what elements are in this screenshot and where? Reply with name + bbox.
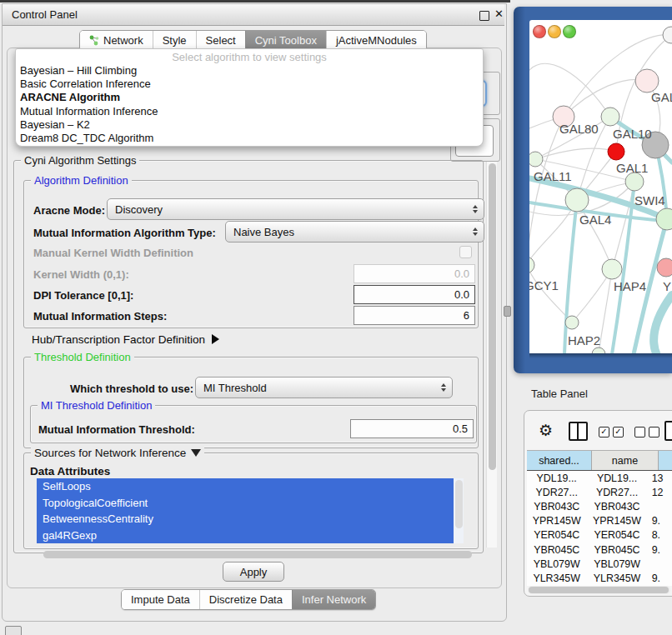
kernel-width-field[interactable]: 0.0: [354, 264, 475, 283]
settings-horizontal-scrollbar[interactable]: [42, 551, 475, 558]
tab-label: Cyni Toolbox: [255, 34, 317, 47]
table-row[interactable]: YBR043CYBR043C: [527, 499, 672, 513]
network-node-y[interactable]: [657, 258, 672, 277]
mi-steps-field[interactable]: 6: [354, 306, 475, 325]
network-node-swi4[interactable]: [656, 208, 672, 230]
tab-infer-network[interactable]: Infer Network: [292, 590, 375, 609]
data-attribute-item-topologicalcoefficient[interactable]: TopologicalCoefficient: [37, 495, 454, 512]
mi-algorithm-type-combo[interactable]: Naive Bayes: [225, 221, 484, 242]
network-node-gal1[interactable]: [625, 172, 644, 191]
close-traffic-light[interactable]: [533, 25, 546, 38]
network-node-label: GAL80: [559, 122, 599, 136]
aracne-mode-label: Aracne Mode:: [33, 204, 105, 217]
network-node-gal7[interactable]: [635, 69, 659, 92]
table-cell: YLR345W: [586, 572, 647, 584]
network-node-hap2[interactable]: [565, 316, 579, 329]
kernel-width-label: Kernel Width (0,1):: [33, 268, 129, 281]
settings-vertical-scrollbar[interactable]: [486, 161, 497, 548]
network-node-hap4[interactable]: [602, 259, 622, 279]
dpi-tolerance-label: DPI Tolerance [0,1]:: [33, 289, 133, 302]
dpi-tolerance-field[interactable]: 0.0: [354, 285, 475, 304]
network-node-gal4[interactable]: [565, 188, 589, 212]
tab-impute-data[interactable]: Impute Data: [122, 590, 199, 609]
table-row[interactable]: YDR27...YDR27...12: [527, 485, 672, 499]
manual-kernel-width-checkbox[interactable]: [459, 246, 472, 258]
table-header-row: shared...nameA: [527, 450, 672, 472]
algorithm-option-mutual-information-inference[interactable]: Mutual Information Inference: [16, 105, 483, 118]
table-cell: YBR045C: [586, 544, 647, 556]
table-row[interactable]: YLR345WYLR345W9.: [527, 571, 672, 585]
algorithm-select-popup: Select algorithm to view settings Bayesi…: [15, 48, 484, 147]
deselect-all-checkbox-icon-2[interactable]: [649, 427, 659, 438]
tab-discretize-data[interactable]: Discretize Data: [199, 590, 292, 609]
table-row[interactable]: YBL079WYBL079W: [527, 557, 672, 571]
sources-title: Sources for Network Inference: [34, 447, 186, 459]
network-canvas[interactable]: GAL7GAL80GAL10GAL1GAL11SWI4GAL4GCY1HAP4Y…: [529, 20, 672, 353]
mi-steps-label: Mutual Information Steps:: [33, 310, 167, 322]
split-columns-icon[interactable]: [569, 422, 588, 441]
data-attributes-list[interactable]: SelfLoopsTopologicalCoefficientBetweenne…: [37, 478, 454, 543]
table-row[interactable]: YBR045CYBR045C9.: [527, 542, 672, 557]
table-horizontal-scrollbar[interactable]: [528, 586, 670, 594]
tab-label: Impute Data: [131, 593, 190, 606]
threshold-definition-title: Threshold Definition: [31, 351, 134, 363]
algorithm-definition-title: Algorithm Definition: [31, 174, 132, 187]
hub-definition-expander[interactable]: Hub/Transcription Factor Definition: [32, 333, 219, 346]
mi-threshold-field[interactable]: 0.5: [350, 419, 474, 438]
tab-network[interactable]: Network: [80, 31, 153, 50]
algorithm-option-dream8-dc-tdc-algorithm[interactable]: Dream8 DC_TDC Algorithm: [16, 132, 483, 145]
select-all-checkbox-icon[interactable]: ✓: [599, 427, 609, 438]
tab-select[interactable]: Select: [196, 31, 245, 50]
close-icon[interactable]: ✕: [494, 8, 504, 20]
network-node-label: GAL4: [579, 212, 611, 227]
apply-button[interactable]: Apply: [223, 562, 284, 582]
minimize-traffic-light[interactable]: [548, 25, 561, 38]
aracne-mode-value: Discovery: [115, 203, 163, 216]
table-row[interactable]: YPR145WYPR145W9.: [527, 514, 672, 528]
dpi-tolerance-value: 0.0: [454, 288, 469, 301]
network-icon: [89, 35, 99, 46]
aracne-mode-combo[interactable]: Discovery: [107, 198, 484, 220]
collapsed-panel-button[interactable]: [5, 626, 22, 635]
column-header-name[interactable]: name: [592, 451, 659, 470]
algorithm-option-aracne-algorithm[interactable]: ARACNE Algorithm: [16, 91, 483, 104]
zoom-traffic-light[interactable]: [563, 25, 576, 38]
tab-cyni-toolbox[interactable]: Cyni Toolbox: [245, 31, 326, 50]
document-icon[interactable]: [664, 421, 672, 441]
tab-style[interactable]: Style: [153, 31, 196, 50]
table-cell: YLR345W: [527, 572, 586, 584]
table-cell: 9.: [648, 515, 672, 527]
window-shadow: [529, 353, 672, 358]
table-row[interactable]: YDL19...YDL19...13: [527, 471, 672, 485]
which-threshold-label: Which threshold to use:: [70, 382, 193, 395]
network-edge: [529, 117, 564, 265]
deselect-all-checkbox-icon[interactable]: [634, 427, 645, 438]
which-threshold-combo[interactable]: MI Threshold: [195, 377, 453, 398]
tab-jactivemnodules[interactable]: jActiveMNodules: [326, 31, 426, 50]
data-attribute-item-betweennesscentrality[interactable]: BetweennessCentrality: [37, 511, 454, 528]
float-window-icon[interactable]: [479, 11, 489, 21]
network-node-gal11[interactable]: [529, 152, 543, 167]
column-header-shared[interactable]: shared...: [527, 451, 592, 470]
kernel-width-value: 0.0: [454, 268, 469, 280]
algorithm-option-bayesian-k2[interactable]: Bayesian – K2: [16, 118, 483, 132]
data-attributes-list-scrollbar[interactable]: [454, 478, 464, 543]
algorithm-option-basic-correlation-inference[interactable]: Basic Correlation Inference: [16, 78, 483, 91]
algorithm-option-bayesian-hill-climbing[interactable]: Bayesian – Hill Climbing: [16, 64, 483, 78]
mi-steps-value: 6: [464, 309, 469, 322]
network-graph[interactable]: GAL7GAL80GAL10GAL1GAL11SWI4GAL4GCY1HAP4Y…: [529, 20, 672, 353]
tab-label: Select: [206, 34, 236, 47]
data-attribute-item-selfloops[interactable]: SelfLoops: [37, 478, 454, 495]
network-node[interactable]: [608, 143, 624, 160]
network-node-gal10[interactable]: [601, 108, 619, 126]
data-attribute-item-gal4rgexp[interactable]: gal4RGexp: [37, 528, 454, 544]
gear-icon[interactable]: ⚙: [539, 421, 553, 440]
network-node[interactable]: [592, 348, 605, 353]
column-header-a[interactable]: A: [659, 451, 672, 470]
network-node-gcy1[interactable]: [529, 257, 534, 273]
split-pane-handle[interactable]: [504, 306, 511, 317]
table-row[interactable]: YER054CYER054C8.: [527, 528, 672, 542]
sources-expander[interactable]: Sources for Network Inference: [31, 447, 204, 459]
select-all-checkbox-icon-2[interactable]: ✓: [613, 427, 624, 438]
bottom-tab-row: Impute DataDiscretize DataInfer Network: [121, 589, 376, 610]
